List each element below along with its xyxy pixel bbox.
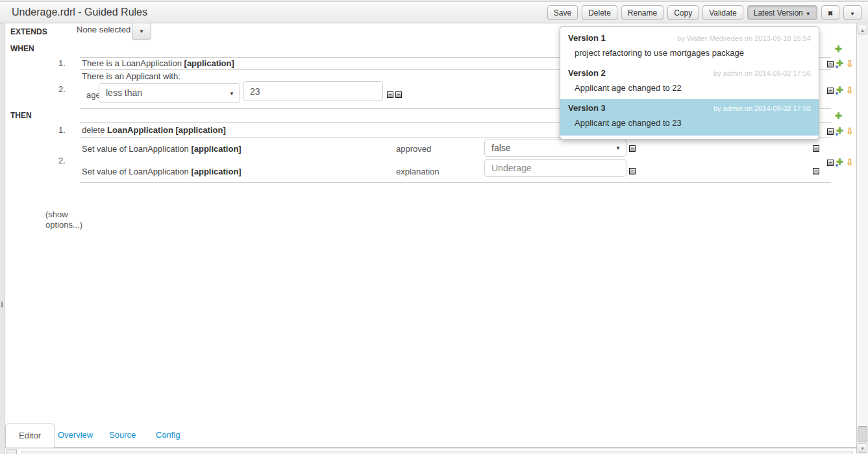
scrollbar-thumb[interactable]: [858, 426, 867, 442]
divider: [80, 182, 831, 183]
version-meta: by admin on 2014-09-02 17:58: [713, 104, 811, 112]
remove-field-icon[interactable]: −: [395, 91, 402, 98]
add-condition-below-icon[interactable]: ✚▼: [835, 59, 845, 69]
version-item-selected[interactable]: Version 3 by admin on 2014-09-02 17:58 A…: [560, 99, 819, 136]
remove-condition-icon[interactable]: −: [827, 61, 834, 67]
close-icon: ✖: [828, 10, 833, 17]
rename-button[interactable]: Rename: [621, 5, 663, 20]
version-item[interactable]: Version 1 by Walter Medvedeo on 2013-09-…: [560, 29, 819, 64]
remove-action-icon[interactable]: −: [827, 160, 834, 166]
when-row1-text[interactable]: There is a LoanApplication [application]: [82, 58, 234, 68]
scroll-up-icon[interactable]: ▲: [858, 25, 867, 34]
move-condition-down-icon[interactable]: ⇩: [846, 59, 854, 68]
panel-corner: [6, 449, 17, 454]
version-history-panel: Version 1 by Walter Medvedeo on 2013-09-…: [560, 26, 819, 139]
tab-editor[interactable]: Editor: [5, 424, 55, 448]
then-row1-number: 1.: [58, 125, 66, 135]
then-row1-text[interactable]: delete LoanApplication [application]: [82, 125, 226, 135]
version-meta: by Walter Medvedeo on 2013-09-18 15:54: [677, 34, 811, 42]
approved-field-label: approved: [396, 144, 431, 154]
tab-source[interactable]: Source: [109, 430, 136, 440]
chevron-down-icon: ▼: [615, 145, 621, 151]
explanation-field-label: explanation: [396, 167, 440, 176]
chevron-down-icon: ▼: [229, 90, 234, 96]
chevron-down-icon: ▼: [850, 11, 855, 17]
panel-menu-button[interactable]: ▼: [843, 5, 862, 20]
remove-field-value-icon[interactable]: −: [629, 168, 636, 174]
add-condition-icon[interactable]: ✚: [835, 45, 842, 53]
save-button[interactable]: Save: [547, 5, 578, 20]
title-bar: Underage.rdrl - Guided Rules Save Delete…: [0, 1, 868, 23]
version-meta: by admin on 2014-09-02 17:56: [713, 69, 811, 77]
chevron-down-icon: ▼: [806, 11, 811, 17]
move-action-down-icon[interactable]: ⇩: [846, 126, 854, 136]
close-button[interactable]: ✖: [821, 5, 839, 20]
version-comment: project refactoring to use mortgages pac…: [568, 43, 811, 62]
tab-config[interactable]: Config: [156, 430, 180, 440]
move-action-down-icon[interactable]: ⇩: [846, 158, 854, 167]
version-dropdown-button[interactable]: Latest Version▼: [747, 5, 817, 20]
scroll-down-icon[interactable]: ▼: [858, 443, 867, 453]
version-name: Version 3: [568, 103, 606, 113]
set-value-approved-text[interactable]: Set value of LoanApplication [applicatio…: [82, 144, 242, 154]
add-action-icon[interactable]: ✚: [835, 112, 842, 120]
page-title: Underage.rdrl - Guided Rules: [12, 6, 147, 18]
set-value-explanation-text[interactable]: Set value of LoanApplication [applicatio…: [82, 167, 242, 176]
version-comment: Applicant age changed to 23: [568, 113, 811, 133]
delete-button[interactable]: Delete: [582, 5, 617, 20]
remove-action-icon[interactable]: −: [827, 128, 834, 135]
add-action-below-icon[interactable]: ✚▼: [835, 126, 845, 136]
then-row2-number: 2.: [58, 156, 66, 165]
remove-set-field-icon[interactable]: −: [813, 168, 819, 174]
bottom-panel-edge: [5, 449, 856, 454]
collapsed-panel-top: [21, 451, 853, 454]
when-row2-intro: There is an Applicant with:: [82, 71, 180, 81]
extends-value: None selected: [77, 25, 130, 34]
version-name: Version 1: [568, 33, 606, 43]
version-name: Version 2: [568, 68, 606, 78]
explanation-value-input[interactable]: [484, 159, 626, 177]
add-condition-below-icon[interactable]: ✚▼: [835, 86, 845, 95]
left-splitter[interactable]: ∥: [0, 23, 5, 454]
version-comment: Applicant age changed to 22: [568, 78, 811, 97]
approved-value-select[interactable]: false▼: [484, 139, 626, 157]
remove-field-value-icon[interactable]: −: [629, 145, 636, 152]
when-row1-number: 1.: [58, 58, 66, 68]
extends-label: EXTENDS: [10, 27, 47, 36]
when-row2-number: 2.: [58, 84, 66, 94]
remove-condition-icon[interactable]: −: [827, 88, 834, 94]
editor-tab-bar: Editor Overview Source Config: [5, 423, 856, 448]
operator-select[interactable]: less than▼: [99, 83, 240, 103]
when-label: WHEN: [10, 44, 34, 53]
show-options-link[interactable]: (show options...): [45, 209, 83, 230]
validate-button[interactable]: Validate: [702, 5, 743, 20]
age-value-input[interactable]: [243, 81, 383, 101]
copy-button[interactable]: Copy: [667, 5, 699, 20]
vertical-scrollbar[interactable]: ▲ ▼: [856, 23, 868, 454]
toolbar: Save Delete Rename Copy Validate Latest …: [547, 5, 862, 20]
chevron-down-icon: ▼: [139, 29, 144, 34]
then-label: THEN: [10, 111, 32, 120]
add-action-below-icon[interactable]: ✚▼: [835, 158, 845, 167]
version-item[interactable]: Version 2 by admin on 2014-09-02 17:56 A…: [560, 64, 819, 99]
remove-set-field-icon[interactable]: −: [813, 145, 819, 152]
move-condition-down-icon[interactable]: ⇩: [846, 86, 854, 95]
extends-dropdown-button[interactable]: ▼: [132, 22, 151, 40]
remove-restriction-icon[interactable]: −: [387, 91, 393, 98]
splitter-gripper-icon[interactable]: ∥: [1, 301, 3, 307]
tab-overview[interactable]: Overview: [58, 430, 93, 440]
